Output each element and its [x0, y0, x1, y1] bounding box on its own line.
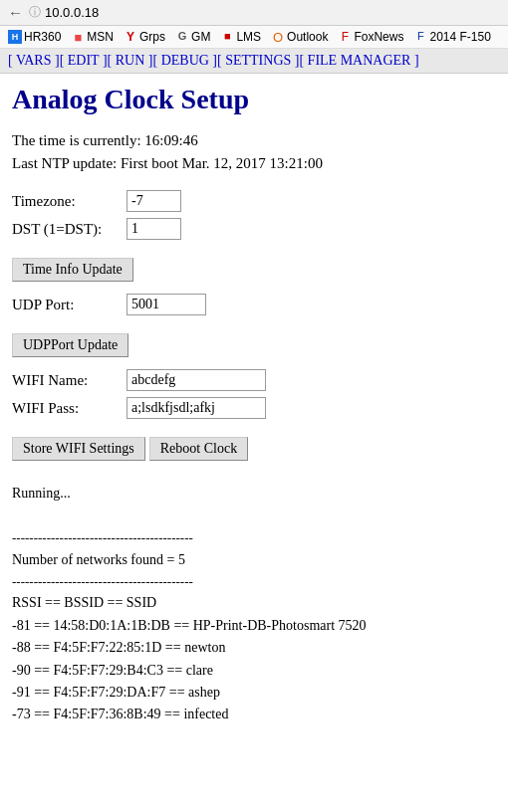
- grps-icon: Y: [124, 30, 137, 44]
- wifi-name-label: WIFI Name:: [12, 372, 127, 389]
- bookmark-msn-label: MSN: [87, 30, 114, 44]
- network-line-2: -88 == F4:5F:F7:22:85:1D == newton: [12, 637, 496, 659]
- bookmark-foxnews-label: FoxNews: [354, 30, 403, 44]
- bookmark-lms-label: LMS: [236, 30, 261, 44]
- divider-line-1: ----------------------------------------…: [12, 528, 496, 549]
- bookmark-msn[interactable]: ■ MSN: [67, 29, 118, 45]
- udp-port-section: UDP Port:: [12, 294, 496, 315]
- divider-line-2: ----------------------------------------…: [12, 572, 496, 593]
- output-section: Running... -----------------------------…: [12, 483, 496, 726]
- dst-input[interactable]: [127, 218, 181, 240]
- page-content: Analog Clock Setup The time is currently…: [0, 74, 508, 736]
- nav-debug[interactable]: [ DEBUG ]: [152, 53, 217, 69]
- url-display[interactable]: 10.0.0.18: [45, 5, 99, 20]
- nav-links: [ VARS ] [ EDIT ] [ RUN ] [ DEBUG ] [ SE…: [8, 53, 500, 69]
- wifi-pass-row: WIFI Pass:: [12, 397, 496, 419]
- outlook-icon: O: [271, 30, 285, 44]
- bookmark-hr360-label: HR360: [24, 30, 61, 44]
- wifi-name-row: WIFI Name:: [12, 369, 496, 391]
- lock-icon: ⓘ: [29, 4, 41, 21]
- gm-icon: G: [175, 30, 189, 44]
- bookmark-grps-label: Grps: [139, 30, 165, 44]
- msn-icon: ■: [71, 30, 85, 44]
- back-button[interactable]: ←: [6, 4, 25, 21]
- bookmark-grps[interactable]: Y Grps: [120, 29, 169, 45]
- network-line-1: -81 == 14:58:D0:1A:1B:DB == HP-Print-DB-…: [12, 615, 496, 637]
- hr360-icon: H: [8, 30, 22, 44]
- bookmarks-bar: H HR360 ■ MSN Y Grps G GM ■ LMS O Outloo…: [0, 26, 508, 49]
- wifi-name-input[interactable]: [127, 369, 266, 391]
- nav-run[interactable]: [ RUN ]: [108, 53, 153, 69]
- wifi-section: WIFI Name: WIFI Pass:: [12, 369, 496, 419]
- dst-row: DST (1=DST):: [12, 218, 496, 240]
- nav-vars[interactable]: [ VARS ]: [8, 53, 60, 69]
- status-line: Running...: [12, 483, 496, 505]
- ford-icon: F: [413, 30, 427, 44]
- networks-count-line: Number of networks found = 5: [12, 549, 496, 571]
- wifi-pass-label: WIFI Pass:: [12, 400, 127, 417]
- bookmark-foxnews[interactable]: F FoxNews: [334, 29, 407, 45]
- udp-port-input[interactable]: [127, 294, 206, 315]
- udp-port-label: UDP Port:: [12, 297, 127, 313]
- network-line-4: -91 == F4:5F:F7:29:DA:F7 == ashep: [12, 682, 496, 704]
- timezone-input[interactable]: [127, 190, 181, 212]
- nav-file-manager[interactable]: [ FILE MANAGER ]: [299, 53, 418, 69]
- reboot-clock-button[interactable]: Reboot Clock: [149, 437, 248, 461]
- bookmark-ford-label: 2014 F-150: [429, 30, 490, 44]
- page-title: Analog Clock Setup: [12, 84, 496, 115]
- wifi-pass-input[interactable]: [127, 397, 266, 419]
- nav-edit[interactable]: [ EDIT ]: [60, 53, 108, 69]
- lms-icon: ■: [220, 30, 234, 44]
- network-line-3: -90 == F4:5F:F7:29:B4:C3 == clare: [12, 660, 496, 682]
- udp-port-update-button[interactable]: UDPPort Update: [12, 333, 128, 357]
- bookmark-gm-label: GM: [191, 30, 210, 44]
- current-time-label: The time is currently: 16:09:46: [12, 129, 496, 152]
- bookmark-outlook-label: Outlook: [287, 30, 328, 44]
- time-info: The time is currently: 16:09:46 Last NTP…: [12, 129, 496, 174]
- time-info-update-button[interactable]: Time Info Update: [12, 258, 133, 282]
- bookmark-outlook[interactable]: O Outlook: [267, 29, 332, 45]
- udp-port-row: UDP Port:: [12, 294, 496, 315]
- timezone-label: Timezone:: [12, 193, 127, 210]
- address-bar: ← ⓘ 10.0.0.18: [0, 0, 508, 26]
- bookmark-hr360[interactable]: H HR360: [4, 29, 65, 45]
- timezone-row: Timezone:: [12, 190, 496, 212]
- bookmark-lms[interactable]: ■ LMS: [216, 29, 265, 45]
- ntp-update-label: Last NTP update: First boot Mar. 12, 201…: [12, 152, 496, 175]
- nav-bar: [ VARS ] [ EDIT ] [ RUN ] [ DEBUG ] [ SE…: [0, 49, 508, 74]
- bookmark-gm[interactable]: G GM: [171, 29, 214, 45]
- dst-label: DST (1=DST):: [12, 221, 127, 238]
- nav-settings[interactable]: [ SETTINGS ]: [217, 53, 299, 69]
- foxnews-icon: F: [338, 30, 352, 44]
- bookmark-ford[interactable]: F 2014 F-150: [409, 29, 494, 45]
- network-line-5: -73 == F4:5F:F7:36:8B:49 == infected: [12, 704, 496, 725]
- networks-header: RSSI == BSSID == SSID: [12, 592, 496, 614]
- timezone-section: Timezone: DST (1=DST):: [12, 190, 496, 240]
- store-wifi-button[interactable]: Store WIFI Settings: [12, 437, 145, 461]
